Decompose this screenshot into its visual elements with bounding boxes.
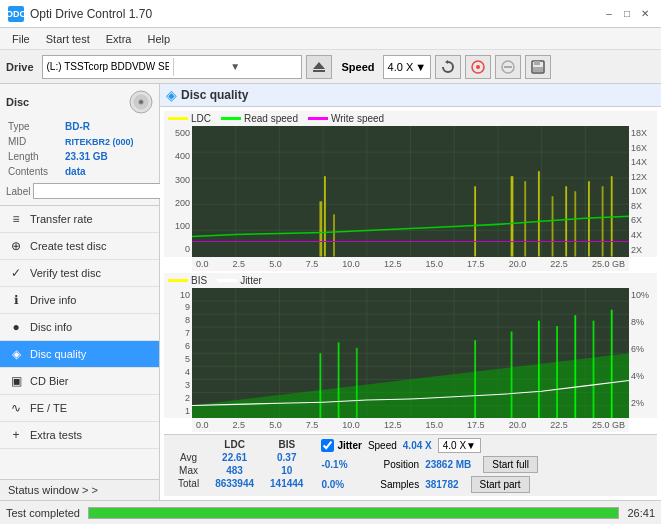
status-window-button[interactable]: Status window > > xyxy=(0,479,159,500)
menu-bar: File Start test Extra Help xyxy=(0,28,661,50)
sidebar-item-fe-te[interactable]: ∿ FE / TE xyxy=(0,395,159,422)
read-legend-color xyxy=(221,117,241,120)
menu-extra[interactable]: Extra xyxy=(98,31,140,47)
erase-button[interactable] xyxy=(495,55,521,79)
chart-title: Disc quality xyxy=(181,88,248,102)
total-ldc: 8633944 xyxy=(207,477,262,490)
drive-select[interactable]: (L:) TSSTcorp BDDVDW SE-506CB TS02 ▼ xyxy=(42,55,302,79)
jitter-legend-label: Jitter xyxy=(240,275,262,286)
svg-rect-60 xyxy=(338,342,340,418)
disc-section-label: Disc xyxy=(6,96,29,108)
title-bar-left: ODC Opti Drive Control 1.70 xyxy=(8,6,152,22)
chart2-legend: BIS Jitter xyxy=(164,273,657,288)
speed-stat-value: 4.04 X xyxy=(403,440,432,451)
write-legend-label: Write speed xyxy=(331,113,384,124)
minimize-button[interactable]: – xyxy=(601,6,617,22)
max-ldc: 483 xyxy=(207,464,262,477)
save-button[interactable] xyxy=(525,55,551,79)
svg-rect-28 xyxy=(324,176,326,256)
sidebar: Disc Type BD-R MID RITEKBR2 (000) xyxy=(0,84,160,500)
svg-rect-68 xyxy=(611,309,613,418)
create-disc-icon: ⊕ xyxy=(8,238,24,254)
chart1-canvas xyxy=(192,126,629,257)
save-icon xyxy=(531,60,545,74)
app-title: Opti Drive Control 1.70 xyxy=(30,7,152,21)
chart-header-icon: ◈ xyxy=(166,87,177,103)
col-ldc: LDC xyxy=(207,438,262,451)
chart1-with-axes: 500 400 300 200 100 0 xyxy=(164,126,657,257)
chart1-wrapper: LDC Read speed Write speed 500 40 xyxy=(164,111,657,271)
jitter-checkbox[interactable] xyxy=(321,439,334,452)
menu-help[interactable]: Help xyxy=(139,31,178,47)
disc-graphic xyxy=(129,90,153,114)
samples-label: Samples xyxy=(380,479,419,490)
main-layout: Disc Type BD-R MID RITEKBR2 (000) xyxy=(0,84,661,500)
nav-label-extra-tests: Extra tests xyxy=(30,429,82,441)
status-window-label: Status window > > xyxy=(8,484,98,496)
jitter-checkbox-area: Jitter xyxy=(321,439,361,452)
chart2-canvas xyxy=(192,288,629,419)
close-button[interactable]: ✕ xyxy=(637,6,653,22)
app-icon: ODC xyxy=(8,6,24,22)
refresh-icon xyxy=(441,60,455,74)
disc-icon xyxy=(471,60,485,74)
menu-start-test[interactable]: Start test xyxy=(38,31,98,47)
disc-button[interactable] xyxy=(465,55,491,79)
nav-label-disc-quality: Disc quality xyxy=(30,348,86,360)
speed-dropdown-icon: ▼ xyxy=(415,61,426,73)
eject-button[interactable] xyxy=(306,55,332,79)
speed-select-val: 4.0 X xyxy=(443,440,466,451)
chart1-legend: LDC Read speed Write speed xyxy=(164,111,657,126)
sidebar-item-transfer-rate[interactable]: ≡ Transfer rate xyxy=(0,206,159,233)
mid-label: MID xyxy=(8,135,63,148)
content-area: ◈ Disc quality LDC Read speed xyxy=(160,84,661,500)
read-speed-legend: Read speed xyxy=(221,113,298,124)
write-speed-legend: Write speed xyxy=(308,113,384,124)
nav-label-verify-disc: Verify test disc xyxy=(30,267,101,279)
drive-label: Drive xyxy=(6,61,34,73)
avg-bis: 0.37 xyxy=(262,451,311,464)
stats-right: Jitter Speed 4.04 X 4.0 X ▼ -0.1% Positi… xyxy=(321,438,538,493)
progress-bar-container xyxy=(88,507,619,519)
menu-file[interactable]: File xyxy=(4,31,38,47)
svg-rect-65 xyxy=(556,326,558,418)
chart2-wrapper: BIS Jitter 10 9 8 7 6 5 xyxy=(164,273,657,433)
write-legend-color xyxy=(308,117,328,120)
nav-label-transfer-rate: Transfer rate xyxy=(30,213,93,225)
sidebar-item-disc-quality[interactable]: ◈ Disc quality xyxy=(0,341,159,368)
ldc-legend-label: LDC xyxy=(191,113,211,124)
start-full-button[interactable]: Start full xyxy=(483,456,538,473)
read-legend-label: Read speed xyxy=(244,113,298,124)
status-bar: Test completed 26:41 xyxy=(0,500,661,524)
sidebar-item-extra-tests[interactable]: + Extra tests xyxy=(0,422,159,449)
speed-stat-select[interactable]: 4.0 X ▼ xyxy=(438,438,481,453)
speed-select[interactable]: 4.0 X ▼ xyxy=(383,55,432,79)
sidebar-item-create-test-disc[interactable]: ⊕ Create test disc xyxy=(0,233,159,260)
sidebar-item-verify-test-disc[interactable]: ✓ Verify test disc xyxy=(0,260,159,287)
refresh-button[interactable] xyxy=(435,55,461,79)
progress-bar-fill xyxy=(89,508,618,518)
start-part-button[interactable]: Start part xyxy=(471,476,530,493)
svg-rect-29 xyxy=(333,214,335,256)
svg-rect-63 xyxy=(511,331,513,418)
avg-jitter: -0.1% xyxy=(321,459,347,470)
length-label: Length xyxy=(8,150,63,163)
sidebar-item-drive-info[interactable]: ℹ Drive info xyxy=(0,287,159,314)
svg-rect-39 xyxy=(611,176,613,256)
sidebar-item-disc-info[interactable]: ● Disc info xyxy=(0,314,159,341)
type-value: BD-R xyxy=(65,120,151,133)
eject-icon xyxy=(312,60,326,74)
maximize-button[interactable]: □ xyxy=(619,6,635,22)
sidebar-item-cd-bier[interactable]: ▣ CD Bier xyxy=(0,368,159,395)
length-value: 23.31 GB xyxy=(65,150,151,163)
svg-rect-33 xyxy=(538,171,540,256)
values-row: -0.1% Position 23862 MB Start full xyxy=(321,456,538,473)
nav-label-disc-info: Disc info xyxy=(30,321,72,333)
label-input[interactable] xyxy=(33,183,166,199)
svg-rect-8 xyxy=(534,61,540,65)
disc-label-row: Label 🔍 xyxy=(6,183,153,199)
contents-value: data xyxy=(65,165,151,178)
nav-label-drive-info: Drive info xyxy=(30,294,76,306)
jitter-label: Jitter xyxy=(337,440,361,451)
drive-info-icon: ℹ xyxy=(8,292,24,308)
